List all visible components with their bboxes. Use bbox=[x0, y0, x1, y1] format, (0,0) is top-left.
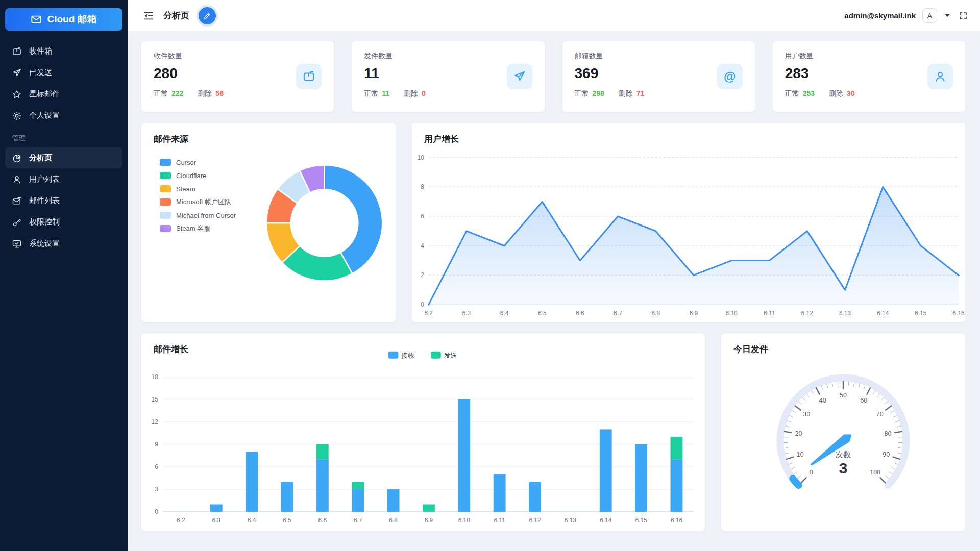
pencil-icon bbox=[203, 12, 211, 20]
at-icon: @ bbox=[717, 64, 743, 89]
sidebar-item-permissions[interactable]: 权限控制 bbox=[5, 212, 122, 233]
svg-text:4: 4 bbox=[421, 242, 424, 249]
sidebar-item-system-settings[interactable]: 系统设置 bbox=[5, 233, 122, 254]
svg-text:6.8: 6.8 bbox=[389, 517, 398, 524]
user-growth-card: 用户增长 02468106.26.36.46.56.66.76.86.96.10… bbox=[411, 122, 966, 322]
avatar[interactable]: A bbox=[922, 8, 937, 23]
svg-text:6.13: 6.13 bbox=[565, 517, 577, 524]
chart-title: 邮件来源 bbox=[154, 133, 188, 145]
svg-text:90: 90 bbox=[883, 451, 890, 458]
stat-label: 收件数量 bbox=[154, 52, 224, 61]
svg-text:6.11: 6.11 bbox=[764, 310, 775, 317]
sidebar-item-analytics[interactable]: 分析页 bbox=[5, 147, 122, 168]
charts-row-2: 邮件来源 Cursor Cloudflare Steam Microsoft 帐… bbox=[141, 122, 966, 322]
paper-plane-icon bbox=[12, 68, 22, 78]
svg-text:3: 3 bbox=[155, 486, 158, 493]
legend-label: Cloudflare bbox=[176, 172, 206, 180]
svg-text:0: 0 bbox=[155, 508, 158, 515]
deleted-label: 删除 bbox=[829, 89, 843, 98]
svg-text:12: 12 bbox=[152, 418, 159, 425]
normal-value: 253 bbox=[803, 89, 815, 98]
svg-text:100: 100 bbox=[870, 469, 880, 477]
gear-icon bbox=[12, 111, 22, 121]
svg-text:6.8: 6.8 bbox=[651, 310, 660, 317]
legend-swatch bbox=[160, 212, 171, 219]
svg-text:6.3: 6.3 bbox=[462, 310, 471, 317]
sidebar-nav: 收件箱 已发送 星标邮件 个人设置 管理 bbox=[0, 41, 128, 254]
svg-text:18: 18 bbox=[152, 373, 159, 381]
sidebar-item-label: 邮件列表 bbox=[29, 196, 60, 206]
mail-growth-card: 邮件增长 03691215186.26.36.46.56.66.76.86.96… bbox=[141, 333, 705, 531]
sidebar-item-label: 分析页 bbox=[29, 153, 52, 163]
svg-text:6.14: 6.14 bbox=[600, 517, 612, 524]
fullscreen-button[interactable] bbox=[958, 10, 969, 21]
topbar-right: admin@skymail.ink A bbox=[844, 8, 969, 23]
app-logo[interactable]: Cloud 邮箱 bbox=[5, 8, 122, 31]
normal-value: 222 bbox=[172, 89, 183, 98]
stat-card-user-count: 用户数量 283 正常253 删除30 bbox=[772, 41, 966, 112]
legend-item[interactable]: Cursor bbox=[160, 156, 236, 169]
svg-text:6.9: 6.9 bbox=[425, 517, 433, 524]
stat-value: 11 bbox=[364, 65, 426, 82]
normal-label: 正常 bbox=[364, 89, 378, 98]
edit-button[interactable] bbox=[199, 7, 216, 24]
normal-label: 正常 bbox=[154, 89, 168, 98]
svg-text:50: 50 bbox=[840, 392, 847, 399]
svg-text:6.3: 6.3 bbox=[212, 517, 220, 524]
sidebar-item-personal-settings[interactable]: 个人设置 bbox=[5, 105, 122, 126]
svg-text:6.4: 6.4 bbox=[248, 517, 256, 524]
svg-text:70: 70 bbox=[876, 411, 884, 418]
avatar-letter: A bbox=[927, 12, 932, 20]
mail-list-icon bbox=[12, 196, 22, 206]
mailbox-icon bbox=[296, 64, 322, 89]
deleted-value: 71 bbox=[636, 89, 645, 98]
svg-text:6.6: 6.6 bbox=[576, 310, 584, 317]
legend-item[interactable]: Steam bbox=[160, 182, 236, 195]
monitor-check-icon bbox=[12, 239, 22, 249]
deleted-label: 删除 bbox=[619, 89, 633, 98]
sidebar-item-label: 系统设置 bbox=[29, 239, 60, 248]
svg-text:3: 3 bbox=[839, 460, 848, 477]
chart-title: 邮件增长 bbox=[154, 343, 188, 355]
main-area: 分析页 admin@skymail.ink A bbox=[128, 0, 980, 551]
svg-text:6.7: 6.7 bbox=[354, 517, 362, 524]
deleted-value: 0 bbox=[422, 89, 426, 98]
key-icon bbox=[12, 217, 22, 228]
stat-value: 369 bbox=[575, 65, 645, 82]
svg-text:6.16: 6.16 bbox=[671, 517, 683, 524]
legend-item[interactable]: Microsoft 帐户团队 bbox=[160, 195, 236, 209]
svg-text:6.9: 6.9 bbox=[690, 310, 698, 317]
svg-text:30: 30 bbox=[803, 411, 810, 418]
charts-row-3: 邮件增长 03691215186.26.36.46.56.66.76.86.96… bbox=[141, 333, 966, 531]
svg-text:发送: 发送 bbox=[444, 352, 457, 359]
inbox-icon bbox=[12, 46, 22, 57]
today-sent-card: 今日发件 0102030405060708090100次数3 bbox=[721, 333, 966, 531]
sidebar-item-sent[interactable]: 已发送 bbox=[5, 62, 122, 83]
sidebar-item-starred[interactable]: 星标邮件 bbox=[5, 84, 122, 105]
page-title: 分析页 bbox=[163, 10, 189, 21]
legend-item[interactable]: Michael from Cursor bbox=[160, 209, 236, 222]
svg-text:6.10: 6.10 bbox=[458, 517, 471, 524]
svg-text:9: 9 bbox=[155, 441, 158, 448]
svg-text:40: 40 bbox=[819, 397, 826, 404]
deleted-value: 58 bbox=[215, 89, 224, 98]
svg-text:60: 60 bbox=[860, 397, 867, 404]
legend-label: Michael from Cursor bbox=[176, 212, 236, 219]
svg-text:6.6: 6.6 bbox=[318, 517, 327, 524]
svg-text:次数: 次数 bbox=[836, 450, 851, 459]
sidebar-item-inbox[interactable]: 收件箱 bbox=[5, 41, 122, 62]
stat-sub-row: 正常222 删除58 bbox=[154, 89, 224, 98]
sidebar-item-user-list[interactable]: 用户列表 bbox=[5, 169, 122, 190]
legend-item[interactable]: Cloudflare bbox=[160, 169, 236, 182]
legend-item[interactable]: Steam 客服 bbox=[160, 222, 236, 235]
sidebar-item-label: 已发送 bbox=[29, 68, 52, 78]
user-menu-caret[interactable] bbox=[944, 13, 951, 18]
app-logo-label: Cloud 邮箱 bbox=[47, 13, 96, 26]
svg-text:10: 10 bbox=[418, 154, 425, 161]
sidebar-item-mail-list[interactable]: 邮件列表 bbox=[5, 190, 122, 211]
svg-text:2: 2 bbox=[421, 271, 424, 279]
user-email: admin@skymail.ink bbox=[844, 11, 916, 20]
sidebar-item-label: 星标邮件 bbox=[29, 89, 60, 99]
sidebar-section-label: 管理 bbox=[0, 127, 128, 147]
collapse-sidebar-icon[interactable] bbox=[143, 10, 154, 21]
